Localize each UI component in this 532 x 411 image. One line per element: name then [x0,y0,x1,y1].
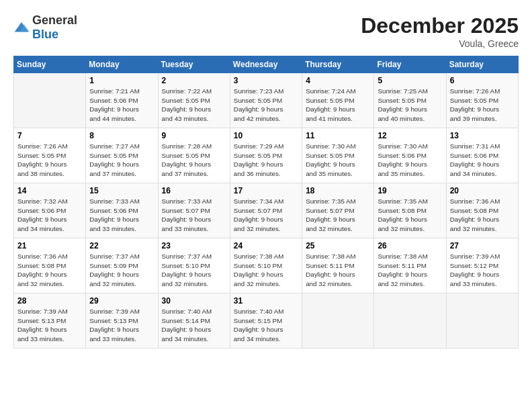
day-number: 8 [89,131,154,140]
cell-2-4: 18Sunrise: 7:35 AM Sunset: 5:07 PM Dayli… [302,183,374,238]
cell-1-1: 8Sunrise: 7:27 AM Sunset: 5:05 PM Daylig… [86,128,158,183]
location: Voula, Greece [361,38,519,49]
day-number: 13 [450,131,515,140]
cell-0-4: 4Sunrise: 7:24 AM Sunset: 5:05 PM Daylig… [302,73,374,128]
header-thursday: Thursday [302,56,374,73]
day-info: Sunrise: 7:30 AM Sunset: 5:05 PM Dayligh… [306,142,370,179]
cell-1-2: 9Sunrise: 7:28 AM Sunset: 5:05 PM Daylig… [158,128,230,183]
day-number: 15 [89,186,154,195]
cell-1-4: 11Sunrise: 7:30 AM Sunset: 5:05 PM Dayli… [302,128,374,183]
header-tuesday: Tuesday [158,56,230,73]
day-info: Sunrise: 7:31 AM Sunset: 5:06 PM Dayligh… [450,142,515,179]
day-info: Sunrise: 7:40 AM Sunset: 5:15 PM Dayligh… [234,307,298,344]
calendar-page: General Blue December 2025 Voula, Greece… [0,0,532,411]
day-number: 18 [306,186,370,195]
day-info: Sunrise: 7:33 AM Sunset: 5:06 PM Dayligh… [89,197,154,234]
cell-2-0: 14Sunrise: 7:32 AM Sunset: 5:06 PM Dayli… [14,183,86,238]
logo-icon [13,21,30,34]
header-friday: Friday [374,56,446,73]
cell-1-0: 7Sunrise: 7:26 AM Sunset: 5:05 PM Daylig… [14,128,86,183]
day-number: 14 [17,186,82,195]
day-info: Sunrise: 7:39 AM Sunset: 5:12 PM Dayligh… [450,252,515,289]
day-info: Sunrise: 7:37 AM Sunset: 5:09 PM Dayligh… [89,252,154,289]
weekday-header-row: Sunday Monday Tuesday Wednesday Thursday… [14,56,519,73]
cell-4-4 [302,293,374,349]
cell-2-1: 15Sunrise: 7:33 AM Sunset: 5:06 PM Dayli… [86,183,158,238]
day-number: 30 [162,296,226,306]
day-info: Sunrise: 7:22 AM Sunset: 5:05 PM Dayligh… [162,87,226,124]
cell-4-1: 29Sunrise: 7:39 AM Sunset: 5:13 PM Dayli… [86,293,158,349]
day-number: 6 [450,76,515,85]
header-wednesday: Wednesday [230,56,302,73]
day-number: 29 [89,296,154,306]
day-number: 3 [234,76,298,85]
day-info: Sunrise: 7:40 AM Sunset: 5:14 PM Dayligh… [162,307,226,344]
day-number: 10 [234,131,298,140]
day-info: Sunrise: 7:26 AM Sunset: 5:05 PM Dayligh… [17,142,82,179]
cell-3-3: 24Sunrise: 7:38 AM Sunset: 5:10 PM Dayli… [230,238,302,293]
day-info: Sunrise: 7:23 AM Sunset: 5:05 PM Dayligh… [234,87,298,124]
day-info: Sunrise: 7:35 AM Sunset: 5:08 PM Dayligh… [378,197,442,234]
day-number: 1 [89,76,154,85]
week-row-0: 1Sunrise: 7:21 AM Sunset: 5:06 PM Daylig… [14,73,519,128]
day-number: 7 [17,131,82,140]
logo-blue: Blue [32,28,58,41]
day-info: Sunrise: 7:29 AM Sunset: 5:05 PM Dayligh… [234,142,298,179]
day-info: Sunrise: 7:36 AM Sunset: 5:08 PM Dayligh… [17,252,82,289]
day-number: 19 [378,186,442,195]
day-info: Sunrise: 7:36 AM Sunset: 5:08 PM Dayligh… [450,197,515,234]
cell-4-6 [446,293,518,349]
calendar-table: Sunday Monday Tuesday Wednesday Thursday… [13,56,519,349]
logo-general: General [32,13,77,27]
cell-1-3: 10Sunrise: 7:29 AM Sunset: 5:05 PM Dayli… [230,128,302,183]
day-number: 27 [450,241,515,250]
day-info: Sunrise: 7:39 AM Sunset: 5:13 PM Dayligh… [89,307,154,344]
day-number: 22 [89,241,154,250]
cell-3-1: 22Sunrise: 7:37 AM Sunset: 5:09 PM Dayli… [86,238,158,293]
day-number: 28 [17,296,82,306]
cell-3-2: 23Sunrise: 7:37 AM Sunset: 5:10 PM Dayli… [158,238,230,293]
cell-4-2: 30Sunrise: 7:40 AM Sunset: 5:14 PM Dayli… [158,293,230,349]
header: General Blue December 2025 Voula, Greece [13,13,519,49]
day-info: Sunrise: 7:27 AM Sunset: 5:05 PM Dayligh… [89,142,154,179]
day-number: 16 [162,186,226,195]
day-info: Sunrise: 7:38 AM Sunset: 5:11 PM Dayligh… [306,252,370,289]
day-info: Sunrise: 7:38 AM Sunset: 5:10 PM Dayligh… [234,252,298,289]
cell-2-3: 17Sunrise: 7:34 AM Sunset: 5:07 PM Dayli… [230,183,302,238]
cell-0-3: 3Sunrise: 7:23 AM Sunset: 5:05 PM Daylig… [230,73,302,128]
cell-0-0 [14,73,86,128]
day-number: 25 [306,241,370,250]
cell-1-6: 13Sunrise: 7:31 AM Sunset: 5:06 PM Dayli… [446,128,518,183]
header-monday: Monday [86,56,158,73]
cell-0-5: 5Sunrise: 7:25 AM Sunset: 5:05 PM Daylig… [374,73,446,128]
day-info: Sunrise: 7:38 AM Sunset: 5:11 PM Dayligh… [378,252,442,289]
calendar-header: Sunday Monday Tuesday Wednesday Thursday… [14,56,519,73]
day-number: 11 [306,131,370,140]
month-title: December 2025 [361,13,519,38]
week-row-4: 28Sunrise: 7:39 AM Sunset: 5:13 PM Dayli… [14,293,519,349]
day-info: Sunrise: 7:30 AM Sunset: 5:06 PM Dayligh… [378,142,442,179]
day-number: 21 [17,241,82,250]
header-saturday: Saturday [446,56,518,73]
day-number: 20 [450,186,515,195]
cell-4-0: 28Sunrise: 7:39 AM Sunset: 5:13 PM Dayli… [14,293,86,349]
title-block: December 2025 Voula, Greece [361,13,519,49]
day-number: 17 [234,186,298,195]
day-info: Sunrise: 7:24 AM Sunset: 5:05 PM Dayligh… [306,87,370,124]
day-info: Sunrise: 7:28 AM Sunset: 5:05 PM Dayligh… [162,142,226,179]
cell-4-3: 31Sunrise: 7:40 AM Sunset: 5:15 PM Dayli… [230,293,302,349]
day-number: 31 [234,296,298,306]
cell-0-6: 6Sunrise: 7:26 AM Sunset: 5:05 PM Daylig… [446,73,518,128]
day-info: Sunrise: 7:34 AM Sunset: 5:07 PM Dayligh… [234,197,298,234]
day-number: 2 [162,76,226,85]
week-row-2: 14Sunrise: 7:32 AM Sunset: 5:06 PM Dayli… [14,183,519,238]
logo: General Blue [13,13,77,42]
cell-0-2: 2Sunrise: 7:22 AM Sunset: 5:05 PM Daylig… [158,73,230,128]
cell-2-2: 16Sunrise: 7:33 AM Sunset: 5:07 PM Dayli… [158,183,230,238]
day-number: 26 [378,241,442,250]
day-info: Sunrise: 7:26 AM Sunset: 5:05 PM Dayligh… [450,87,515,124]
day-info: Sunrise: 7:35 AM Sunset: 5:07 PM Dayligh… [306,197,370,234]
cell-3-5: 26Sunrise: 7:38 AM Sunset: 5:11 PM Dayli… [374,238,446,293]
cell-4-5 [374,293,446,349]
week-row-3: 21Sunrise: 7:36 AM Sunset: 5:08 PM Dayli… [14,238,519,293]
